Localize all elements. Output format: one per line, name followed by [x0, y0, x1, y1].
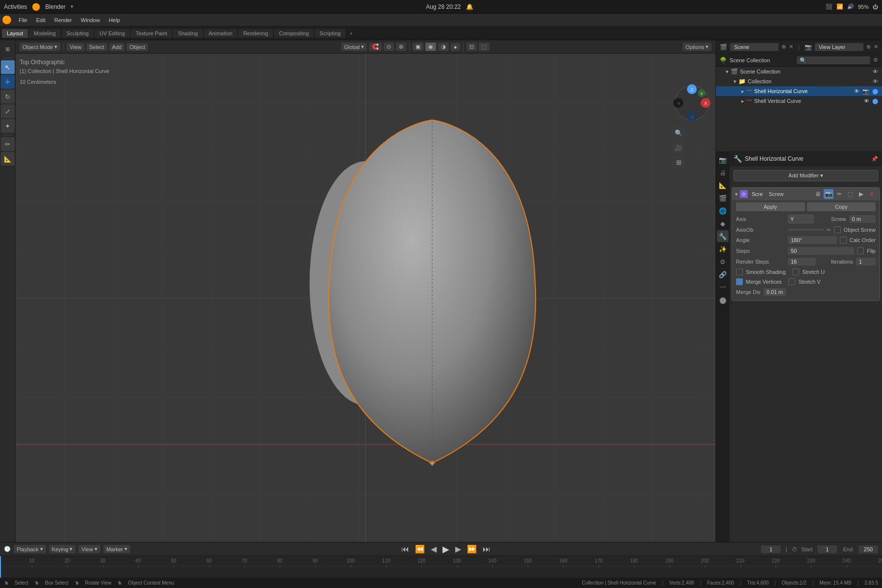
- transform-pivot-btn[interactable]: ⊛: [396, 43, 406, 51]
- tab-compositing[interactable]: Compositing: [274, 29, 314, 38]
- scene-coll-eye[interactable]: 👁: [873, 69, 878, 74]
- steps-value[interactable]: 50: [788, 247, 854, 255]
- next-frame-btn[interactable]: ▶: [454, 544, 463, 554]
- timeline-view-btn[interactable]: View ▾: [78, 545, 100, 553]
- render-steps-value[interactable]: 16: [788, 258, 816, 266]
- shell-v-render[interactable]: ⬤: [872, 98, 878, 104]
- viewport[interactable]: Object Mode ▾ View Select Add Object Glo…: [16, 40, 715, 542]
- view-btn[interactable]: View: [67, 43, 84, 51]
- prev-frame-btn[interactable]: ◀: [429, 544, 438, 554]
- move-tool[interactable]: ✛: [1, 75, 15, 89]
- smooth-shading-checkbox[interactable]: [736, 269, 743, 275]
- mod-close-icon[interactable]: ✕: [867, 189, 877, 199]
- scale-tool[interactable]: ⤢: [1, 104, 15, 118]
- angle-value[interactable]: 180°: [788, 236, 837, 244]
- prev-keyframe-btn[interactable]: ⏪: [414, 544, 426, 554]
- camera-view-btn[interactable]: 🎥: [672, 141, 685, 154]
- menu-edit[interactable]: Edit: [32, 16, 49, 24]
- xray-btn[interactable]: ⬚: [479, 43, 490, 51]
- jump-end-btn[interactable]: ⏭: [481, 545, 492, 554]
- measure-tool[interactable]: 📐: [1, 152, 15, 166]
- shell-h-eye[interactable]: 👁: [854, 88, 859, 94]
- notification-icon[interactable]: 🔔: [466, 3, 473, 10]
- shading-wireframe[interactable]: ▣: [413, 43, 423, 51]
- menu-help[interactable]: Help: [105, 16, 124, 24]
- calc-order-checkbox[interactable]: [840, 237, 847, 244]
- object-screw-checkbox[interactable]: [834, 226, 841, 233]
- view-layer-input[interactable]: View Layer: [815, 43, 863, 51]
- add-workspace-btn[interactable]: +: [349, 30, 352, 36]
- menu-file[interactable]: File: [15, 16, 31, 24]
- scene-remove-icon[interactable]: ✕: [789, 44, 793, 50]
- shading-render[interactable]: ●: [451, 43, 460, 51]
- marker-btn[interactable]: Marker ▾: [103, 545, 130, 553]
- tab-shading[interactable]: Shading: [173, 29, 202, 38]
- playback-btn[interactable]: Playback ▾: [14, 545, 46, 553]
- shell-h-render[interactable]: ⬤: [872, 88, 878, 95]
- keying-btn[interactable]: Keying ▾: [49, 545, 76, 553]
- select-btn[interactable]: Select: [86, 43, 107, 51]
- merge-dis-value[interactable]: 0.01 m: [763, 288, 786, 296]
- snap-magnet-btn[interactable]: 🧲: [369, 43, 382, 51]
- outliner-item-collection[interactable]: ▾ 📁 Collection 👁: [716, 76, 882, 86]
- tab-layout[interactable]: Layout: [2, 29, 28, 38]
- jump-start-btn[interactable]: ⏮: [400, 545, 411, 554]
- object-btn[interactable]: Object: [126, 43, 148, 51]
- cursor-tool[interactable]: ↖: [1, 60, 15, 74]
- copy-btn[interactable]: Copy: [807, 202, 876, 211]
- options-btn[interactable]: Options ▾: [683, 43, 711, 51]
- screw-value[interactable]: 0 m: [849, 215, 876, 223]
- grid-view-btn[interactable]: ⊞: [672, 156, 685, 169]
- orbit-gizmo[interactable]: Z -Z X -X Y: [672, 83, 711, 122]
- mod-editmode-icon[interactable]: ✏: [834, 189, 844, 199]
- view-layer-remove-icon[interactable]: ✕: [874, 44, 878, 50]
- shading-solid[interactable]: ◉: [425, 43, 436, 51]
- prop-tab-scene[interactable]: 🎬: [717, 192, 729, 204]
- transform-tool[interactable]: ✦: [1, 119, 15, 133]
- stretch-u-checkbox[interactable]: [792, 269, 799, 275]
- tab-scripting[interactable]: Scripting: [315, 29, 345, 38]
- timeline-ruler[interactable]: 1102030405060708090100110120130140150160…: [0, 556, 882, 578]
- add-btn[interactable]: Add: [109, 43, 125, 51]
- iterations-value[interactable]: 1: [856, 258, 876, 266]
- shell-v-eye[interactable]: 👁: [864, 98, 869, 104]
- coll-eye[interactable]: 👁: [873, 78, 878, 84]
- prop-tab-object[interactable]: ◆: [717, 218, 729, 229]
- viewport-mode-selector[interactable]: ⊞: [1, 42, 15, 56]
- mod-cage-icon[interactable]: ⬚: [845, 189, 855, 199]
- prop-tab-particles[interactable]: ✨: [717, 243, 729, 255]
- outliner-item-scene-collection[interactable]: ▾ 🎬 Scene Collection 👁: [716, 67, 882, 76]
- apply-btn[interactable]: Apply: [736, 202, 805, 211]
- tab-texture-paint[interactable]: Texture Paint: [131, 29, 172, 38]
- merge-vertices-checkbox[interactable]: [736, 278, 743, 285]
- outliner-filter-icon[interactable]: ⚙: [873, 57, 878, 63]
- axis-select[interactable]: Y: [788, 215, 814, 223]
- prop-tab-output[interactable]: 🖨: [717, 167, 729, 178]
- current-frame-input[interactable]: 1: [761, 545, 781, 553]
- prop-tab-physics[interactable]: ⚙: [717, 256, 729, 268]
- prop-tab-modifiers[interactable]: 🔧: [717, 230, 729, 242]
- tab-sculpting[interactable]: Sculpting: [62, 29, 94, 38]
- blender-icon-menu[interactable]: 🟠: [2, 15, 12, 24]
- mod-render-icon[interactable]: 📷: [824, 189, 833, 199]
- outliner-item-shell-vert[interactable]: ▸ 〰 Shell Vertical Curve 👁 ⬤: [716, 96, 882, 106]
- prop-tab-view-layer[interactable]: 📐: [717, 179, 729, 191]
- shading-material[interactable]: ◑: [438, 43, 449, 51]
- menu-window[interactable]: Window: [77, 16, 104, 24]
- prop-tab-material[interactable]: ⬤: [717, 294, 729, 306]
- rotate-tool[interactable]: ↻: [1, 90, 15, 103]
- tab-modeling[interactable]: Modeling: [29, 29, 61, 38]
- outliner-item-shell-horiz[interactable]: ▸ 〰 Shell Horizontal Curve 👁 📷 ⬤: [716, 86, 882, 96]
- play-btn[interactable]: ▶: [441, 544, 451, 555]
- mod-expand-icon[interactable]: ▶: [856, 189, 866, 199]
- next-keyframe-btn[interactable]: ⏩: [466, 544, 478, 554]
- end-frame-input[interactable]: 250: [858, 545, 878, 553]
- proportional-edit-btn[interactable]: ⊙: [384, 43, 394, 51]
- mod-realtime-icon[interactable]: 🖥: [813, 189, 823, 199]
- overlay-btn[interactable]: ⊡: [466, 43, 477, 51]
- activities-label[interactable]: Activities: [4, 3, 27, 10]
- mod-expand-arrow[interactable]: ▾: [735, 191, 738, 197]
- add-modifier-btn[interactable]: Add Modifier ▾: [734, 170, 878, 181]
- stretch-v-checkbox[interactable]: [788, 278, 795, 285]
- prop-tab-world[interactable]: 🌐: [717, 205, 729, 217]
